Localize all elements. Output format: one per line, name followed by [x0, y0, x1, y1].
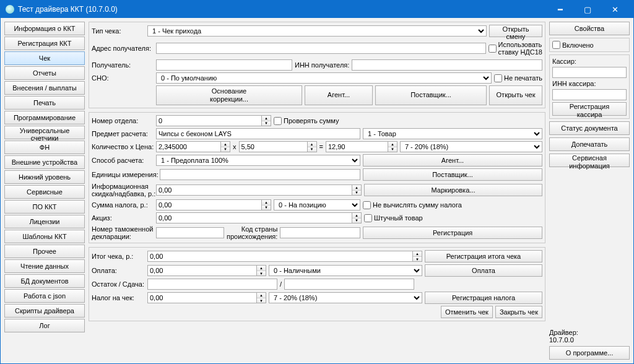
dept-spinner[interactable]: ▲▼ [261, 115, 271, 126]
customs-label: Номер таможеннойдекларации: [92, 225, 154, 240]
item-input[interactable] [156, 128, 360, 139]
reg-tax-button[interactable]: Регистрация налога [425, 292, 542, 304]
agent-button-2[interactable]: Агент... [363, 154, 542, 167]
nav-чек[interactable]: Чек [4, 51, 85, 65]
open-shift-button[interactable]: Открыть смену [489, 25, 542, 37]
excise-spinner[interactable]: ▲▼ [352, 212, 362, 223]
properties-button[interactable]: Свойства [549, 22, 630, 35]
item-type-select[interactable]: 1 - Товар [363, 128, 542, 139]
pay-method-select[interactable]: 1 - Предоплата 100% [156, 155, 360, 166]
nav-программирование[interactable]: Программирование [4, 111, 85, 124]
nav-лог[interactable]: Лог [4, 319, 85, 332]
pay-button[interactable]: Оплата [425, 264, 542, 277]
tax-sum-input[interactable] [156, 199, 261, 210]
sno-select[interactable]: 0 - По умолчанию [156, 72, 492, 84]
total-spinner[interactable]: ▲▼ [388, 141, 397, 152]
reg-cashier-button[interactable]: Регистрациякассира [552, 102, 627, 116]
qty-input[interactable] [156, 141, 220, 152]
info-discount-spinner[interactable]: ▲▼ [352, 184, 362, 196]
marking-button[interactable]: Маркировка... [364, 184, 542, 196]
qty-price-label: Количество x Цена: [92, 143, 154, 150]
check-total-label: Итог чека, р.: [92, 253, 145, 260]
price-input[interactable] [239, 141, 307, 152]
nav-печать[interactable]: Печать [4, 96, 85, 110]
change-input[interactable] [284, 279, 414, 290]
tax-check-select[interactable]: 7 - 20% (18%) [269, 292, 422, 303]
supplier-button[interactable]: Поставщик... [375, 85, 487, 105]
nav-чтение-данных[interactable]: Чтение данных [4, 259, 85, 273]
payment-spinner[interactable]: ▲▼ [256, 265, 266, 276]
nav-по-ккт[interactable]: ПО ККТ [4, 200, 85, 214]
nav-внешние-устройства[interactable]: Внешние устройства [4, 155, 85, 169]
nav-шаблоны-ккт[interactable]: Шаблоны ККТ [4, 230, 85, 243]
reprint-button[interactable]: Допечатать [549, 137, 630, 151]
nav-скрипты-драйвера[interactable]: Скрипты драйвера [4, 304, 85, 318]
inn-recipient-input[interactable] [352, 59, 542, 71]
customs-input[interactable] [156, 227, 224, 238]
check-footer-box: Итог чека, р.: ▲▼ Регистрация итога чека… [89, 247, 545, 321]
enabled-checkbox[interactable]: Включено [552, 41, 627, 49]
payment-type-select[interactable]: 0 - Наличными [269, 265, 422, 276]
maximize-button[interactable]: ▢ [574, 1, 601, 18]
units-input[interactable] [160, 169, 360, 180]
info-discount-input[interactable] [156, 184, 352, 196]
agent-button[interactable]: Агент... [305, 85, 373, 105]
no-print-checkbox[interactable]: Не печатать [494, 74, 542, 82]
cashier-inn-input[interactable] [552, 89, 627, 100]
nav-нижний-уровень[interactable]: Нижний уровень [4, 170, 85, 184]
registration-button[interactable]: Регистрация [363, 227, 542, 239]
nav-отчеты[interactable]: Отчеты [4, 66, 85, 80]
payment-label: Оплата: [92, 267, 145, 274]
position-box: Номер отдела: ▲▼ Проверять сумму Предмет… [89, 112, 545, 243]
tax-pos-select[interactable]: 0 - На позицию [274, 199, 360, 210]
nav-сервисные[interactable]: Сервисные [4, 185, 85, 199]
minimize-button[interactable]: ━ [547, 1, 574, 18]
recipient-addr-input[interactable] [156, 43, 486, 54]
remainder-input[interactable] [147, 279, 277, 290]
nav-универсальные-счетчики[interactable]: Универсальные счетчики [4, 126, 85, 139]
total-input[interactable] [326, 141, 388, 152]
piece-goods-checkbox[interactable]: Штучный товар [364, 214, 423, 222]
reg-total-button[interactable]: Регистрация итога чека [425, 250, 542, 262]
price-spinner[interactable]: ▲▼ [307, 141, 317, 152]
dept-label: Номер отдела: [92, 117, 154, 124]
cancel-check-button[interactable]: Отменить чек [441, 306, 493, 318]
tax-rate-select[interactable]: 7 - 20% (18%) [400, 141, 542, 152]
nav-бд-документов[interactable]: БД документов [4, 274, 85, 288]
use-rate-nds18-checkbox[interactable]: Использовать ставку НДС18 [489, 39, 542, 58]
about-button[interactable]: О программе... [549, 346, 630, 360]
excise-label: Акциз: [92, 214, 154, 222]
country-input[interactable] [280, 227, 360, 238]
nav-регистрация-ккт[interactable]: Регистрация ККТ [4, 37, 85, 50]
supplier-button-2[interactable]: Поставщик... [363, 168, 542, 181]
tax-sum-spinner[interactable]: ▲▼ [261, 199, 271, 210]
check-total-input[interactable] [147, 251, 412, 262]
doc-status-button[interactable]: Статус документа [549, 121, 630, 135]
close-button[interactable]: ✕ [601, 1, 628, 18]
nav-прочее[interactable]: Прочее [4, 245, 85, 258]
mult-sign: x [233, 143, 237, 150]
correction-basis-button[interactable]: Основаниекоррекции... [156, 85, 302, 105]
nav-информация-о-ккт[interactable]: Информация о ККТ [4, 22, 85, 35]
nav-работа-с-json[interactable]: Работа с json [4, 289, 85, 303]
cashier-input[interactable] [552, 67, 627, 78]
qty-spinner[interactable]: ▲▼ [220, 141, 230, 152]
tax-check-spinner[interactable]: ▲▼ [256, 292, 266, 303]
nav-лицензии[interactable]: Лицензии [4, 215, 85, 228]
recipient-addr-label: Адрес получателя: [92, 45, 154, 52]
recipient-input[interactable] [156, 59, 292, 71]
nav-фн[interactable]: ФН [4, 141, 85, 154]
excise-input[interactable] [156, 212, 352, 223]
payment-input[interactable] [147, 265, 256, 276]
tax-check-input[interactable] [147, 292, 256, 303]
open-check-button[interactable]: Открыть чек [489, 85, 542, 105]
check-total-spinner[interactable]: ▲▼ [412, 251, 422, 262]
service-info-button[interactable]: Сервиснаяинформация [549, 154, 630, 167]
cashier-inn-label: ИНН кассира: [552, 80, 627, 87]
check-sum-checkbox[interactable]: Проверять сумму [274, 117, 339, 125]
nav-внесения-выплаты[interactable]: Внесения / выплаты [4, 81, 85, 95]
check-type-select[interactable]: 1 - Чек прихода [147, 25, 487, 37]
no-calc-tax-checkbox[interactable]: Не вычислять сумму налога [363, 201, 462, 209]
dept-input[interactable] [156, 115, 261, 126]
close-check-button[interactable]: Закрыть чек [495, 306, 542, 318]
